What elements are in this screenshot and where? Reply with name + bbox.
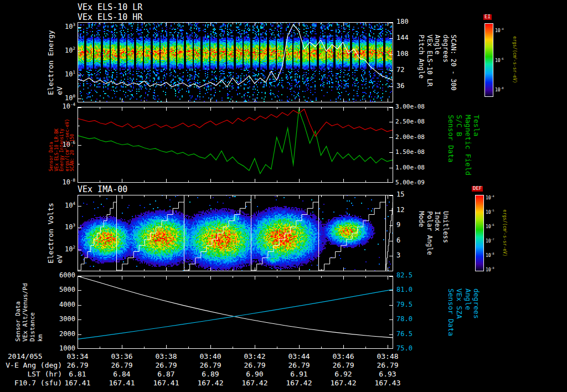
time-tick-label: 03:48 xyxy=(377,353,398,360)
panel3-title: VEx IMA-00 xyxy=(78,184,127,194)
colorbar2-tick: 10-4 xyxy=(486,195,494,200)
row-value: 26.79 xyxy=(377,362,398,369)
p4-alt-tick: 4000 xyxy=(59,301,75,308)
p4-alt-tick: 6000 xyxy=(59,272,75,279)
row-value: 6.84 xyxy=(113,370,130,378)
p2-bfield-tick: 3.00e-08 xyxy=(395,104,425,110)
row-value: 26.79 xyxy=(288,362,310,369)
p3-mode-tick: 12 xyxy=(396,207,404,214)
panel1-title-hr: VEx ELS-10 HR xyxy=(78,12,142,22)
row-value: 26.79 xyxy=(111,362,132,369)
colorbar1-label: EI xyxy=(483,14,492,20)
row-label-3: F10.7 (sfu) xyxy=(14,379,62,387)
alt-sza-canvas xyxy=(78,276,393,349)
cdaweb-multi-panel-plot: VEx ELS-10 LR VEx ELS-10 HR VEx IMA-00 1… xyxy=(0,0,567,392)
p4-sza-tick: 76.5 xyxy=(396,331,413,338)
p1-pitch-tick: 144 xyxy=(396,34,409,42)
row-value: 6.87 xyxy=(157,370,174,378)
time-tick-label: 03:34 xyxy=(66,353,88,360)
row-value: 26.79 xyxy=(66,362,88,369)
row-value: 167.42 xyxy=(331,379,357,387)
row-value: 167.41 xyxy=(109,379,135,387)
row-value: 6.81 xyxy=(69,370,86,378)
row-value: 6.93 xyxy=(379,370,396,378)
colorbar2-tick: 10-8 xyxy=(486,254,494,259)
ima-colorbar-canvas xyxy=(475,195,484,271)
p4-sza-tick: 81.0 xyxy=(396,287,413,294)
p1-energy-tick: 100 xyxy=(65,95,75,102)
row-value: 167.41 xyxy=(153,379,179,387)
p4-sza-tick: 78.0 xyxy=(396,316,413,323)
panel1-title-lr: VEx ELS-10 LR xyxy=(78,2,142,12)
row-value: 167.42 xyxy=(242,379,268,387)
intensity-bfield-canvas xyxy=(78,107,393,183)
p3-mode-tick: 6 xyxy=(396,237,400,244)
p4-alt-tick: 2000 xyxy=(59,331,75,338)
row-value: 26.79 xyxy=(332,362,354,369)
p3-ev-tick: 102 xyxy=(65,246,75,253)
colorbar1-tick: 10-8 xyxy=(495,88,504,93)
p3-mode-tick: 3 xyxy=(396,252,400,260)
p3-y-axis-label: Electron VoltseV xyxy=(47,203,64,264)
row-value: 167.43 xyxy=(375,379,401,387)
time-tick-label: 03:38 xyxy=(155,353,177,360)
p4-alt-tick: 3000 xyxy=(59,316,75,323)
p1-pitch-tick: 72 xyxy=(396,66,404,74)
row-value: 6.90 xyxy=(246,370,263,378)
colorbar2-units: ergs/(cm2-s-sr-eV) xyxy=(502,210,507,257)
p2-bfield-tick: 2.50e-08 xyxy=(395,118,425,125)
time-tick-label: 03:46 xyxy=(332,353,354,360)
row-value: 26.79 xyxy=(244,362,265,369)
p2-intensity-tick: 10-8 xyxy=(63,179,75,186)
p1-y-axis-label: Electron EnergyeV xyxy=(47,30,64,95)
row-value: 26.79 xyxy=(155,362,177,369)
ima-spectrogram-canvas xyxy=(78,195,393,271)
p4-alt-tick: 1000 xyxy=(59,345,75,352)
p4-alt-tick: 5000 xyxy=(59,287,75,294)
p4-sza-tick: 75.0 xyxy=(396,345,413,352)
colorbar2-tick: 10-6 xyxy=(486,225,494,230)
p2-bfield-tick: 1.00e-08 xyxy=(395,164,425,171)
row-value: 167.41 xyxy=(65,379,91,387)
p3-ev-tick: 104 xyxy=(65,202,75,209)
p1-energy-tick: 102 xyxy=(65,47,75,54)
p4-sza-tick: 79.5 xyxy=(396,301,413,308)
p1-pitch-tick: 180 xyxy=(396,18,409,25)
colorbar2-tick: 10-7 xyxy=(486,239,494,244)
p1-pitch-tick: 108 xyxy=(396,50,409,58)
p3-mode-tick: 9 xyxy=(396,222,400,229)
time-tick-label: 03:40 xyxy=(199,353,221,360)
row-value: 6.92 xyxy=(334,370,352,378)
p4-sza-tick: 82.5 xyxy=(396,272,413,279)
p4-y-axis-label: Sensor DataVEx Alt/Venus/PdDistancekm xyxy=(14,283,44,342)
colorbar2-tick: 10-5 xyxy=(486,210,494,215)
p2-right-axis-label: Sensor DataS/C BMagnetic FieldTesla xyxy=(446,115,481,176)
row-label-1: V-E Ang (deg) xyxy=(6,362,62,369)
p3-mode-tick: 15 xyxy=(396,191,404,198)
colorbar1-tick: 10-4 xyxy=(495,29,504,34)
p3-ev-tick: 103 xyxy=(65,224,75,231)
els-spectrogram-canvas xyxy=(78,22,393,102)
row-value: 167.42 xyxy=(286,379,312,387)
colorbar2-label: DEF xyxy=(472,186,483,192)
els-colorbar-canvas xyxy=(484,23,493,97)
p1-energy-tick: 103 xyxy=(65,23,75,30)
p2-intensity-tick: 10-4 xyxy=(63,103,75,110)
colorbar2-tick: 10-9 xyxy=(486,268,494,273)
time-tick-label: 03:36 xyxy=(111,353,132,360)
row-value: 6.89 xyxy=(202,370,219,378)
p4-right-axis-label: Sensor DataVEx SZAAngledegrees xyxy=(446,288,481,336)
time-tick-label: 03:44 xyxy=(288,353,310,360)
row-label-2: LST (hr) xyxy=(27,370,62,378)
row-value: 167.42 xyxy=(198,379,224,387)
p1-energy-tick: 101 xyxy=(65,71,75,78)
date-label: 2014/055 xyxy=(8,353,43,360)
p2-bfield-tick: 2.00e-08 xyxy=(395,134,425,141)
p2-bfield-tick: 1.50e-08 xyxy=(395,149,425,156)
colorbar1-tick: 10-6 xyxy=(495,58,504,63)
p1-right-axis-label: Pitch AngleVEx ELS-10 LRAngledegreesSCAN… xyxy=(417,34,457,90)
row-value: 6.91 xyxy=(290,370,307,378)
colorbar1-units: ergs/(cm2-s-sr-eV) xyxy=(512,37,517,84)
row-value: 26.79 xyxy=(199,362,221,369)
p2-bfield-tick: 5.00e-09 xyxy=(395,179,425,186)
